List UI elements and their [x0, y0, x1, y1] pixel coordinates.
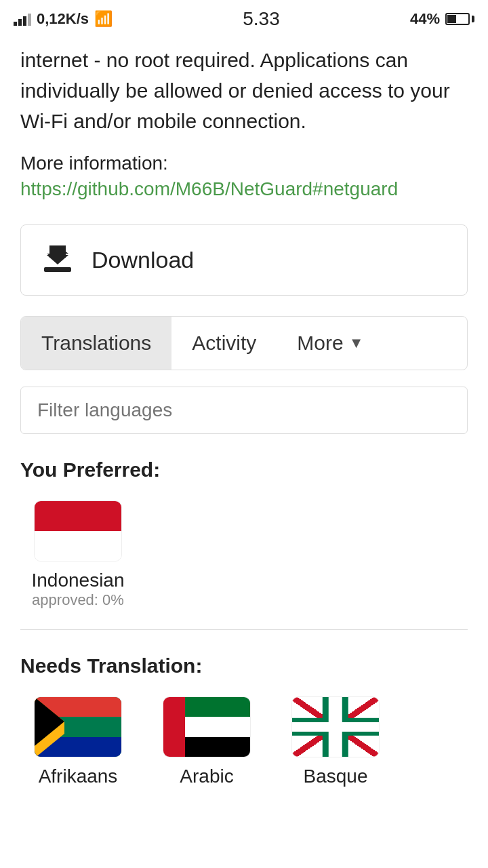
battery-icon — [445, 13, 474, 25]
flag-basque — [291, 696, 380, 757]
chevron-down-icon: ▼ — [349, 334, 364, 352]
download-label: Download — [92, 247, 194, 273]
battery-label: 44% — [410, 10, 440, 28]
clock: 5.33 — [243, 8, 280, 30]
needs-translation-grid: Afrikaans Arabic — [20, 696, 468, 787]
network-speed: 0,12K/s — [37, 10, 89, 28]
language-name: Afrikaans — [39, 766, 118, 787]
status-left: 0,12K/s 📶 — [14, 10, 113, 28]
filter-languages-input[interactable] — [37, 399, 451, 421]
svg-rect-0 — [44, 267, 71, 272]
svg-marker-3 — [47, 255, 68, 264]
description-text: internet - no root required. Application… — [20, 45, 468, 136]
download-icon — [40, 240, 75, 280]
main-content: internet - no root required. Application… — [0, 38, 488, 828]
wifi-icon: 📶 — [94, 10, 113, 28]
section-divider — [20, 629, 468, 630]
language-name: Indonesian — [31, 570, 124, 591]
tab-translations[interactable]: Translations — [21, 317, 171, 370]
flag-arabic — [163, 696, 251, 757]
filter-input-wrap — [20, 387, 468, 434]
tab-activity[interactable]: Activity — [171, 317, 277, 370]
list-item[interactable]: Indonesian approved: 0% — [20, 500, 136, 609]
more-info-label: More information: — [20, 153, 468, 174]
language-name: Basque — [304, 766, 368, 787]
language-name: Arabic — [180, 766, 233, 787]
tab-more[interactable]: More ▼ — [277, 317, 384, 370]
status-right: 44% — [410, 10, 474, 28]
flag-southafrica — [34, 696, 122, 757]
list-item[interactable]: Basque — [278, 696, 393, 787]
github-link[interactable]: https://github.com/M66B/NetGuard#netguar… — [20, 178, 468, 200]
preferred-heading: You Preferred: — [20, 458, 468, 481]
needs-translation-heading: Needs Translation: — [20, 654, 468, 677]
list-item[interactable]: Arabic — [149, 696, 264, 787]
flag-indonesia — [34, 500, 122, 561]
signal-bars-icon — [14, 12, 31, 26]
download-button[interactable]: Download — [20, 224, 468, 296]
approved-percent: approved: 0% — [32, 591, 124, 609]
preferred-languages-grid: Indonesian approved: 0% — [20, 500, 468, 609]
status-bar: 0,12K/s 📶 5.33 44% — [0, 0, 488, 38]
tabs-bar: Translations Activity More ▼ — [20, 316, 468, 370]
list-item[interactable]: Afrikaans — [20, 696, 136, 787]
